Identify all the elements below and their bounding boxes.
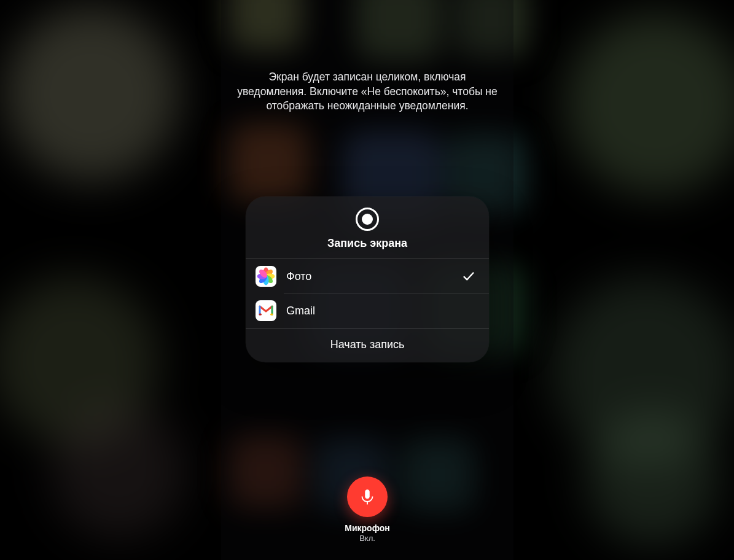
destination-option-label: Gmail: [286, 305, 475, 317]
screen-recording-card: Запись экрана Фото: [246, 196, 489, 362]
destination-option-label: Фото: [286, 270, 452, 283]
destination-list: Фото: [246, 259, 489, 328]
destination-option-gmail[interactable]: Gmail: [246, 294, 489, 328]
phone-frame: Экран будет записан целиком, включая уве…: [221, 0, 513, 560]
start-recording-label: Начать запись: [330, 338, 405, 351]
record-icon: [356, 208, 379, 231]
gmail-app-icon: [256, 300, 276, 321]
microphone-toggle-button[interactable]: [347, 476, 388, 517]
microphone-status: Вкл.: [221, 534, 513, 543]
checkmark-icon: [462, 270, 475, 283]
recording-info-text: Экран будет записан целиком, включая уве…: [233, 70, 501, 114]
photos-app-icon: [256, 266, 276, 287]
card-title: Запись экрана: [258, 237, 477, 250]
start-recording-button[interactable]: Начать запись: [246, 329, 489, 362]
microphone-icon: [358, 488, 377, 506]
microphone-title: Микрофон: [221, 523, 513, 533]
card-header: Запись экрана: [246, 196, 489, 259]
destination-option-photos[interactable]: Фото: [246, 259, 489, 294]
microphone-section: Микрофон Вкл.: [221, 476, 513, 543]
